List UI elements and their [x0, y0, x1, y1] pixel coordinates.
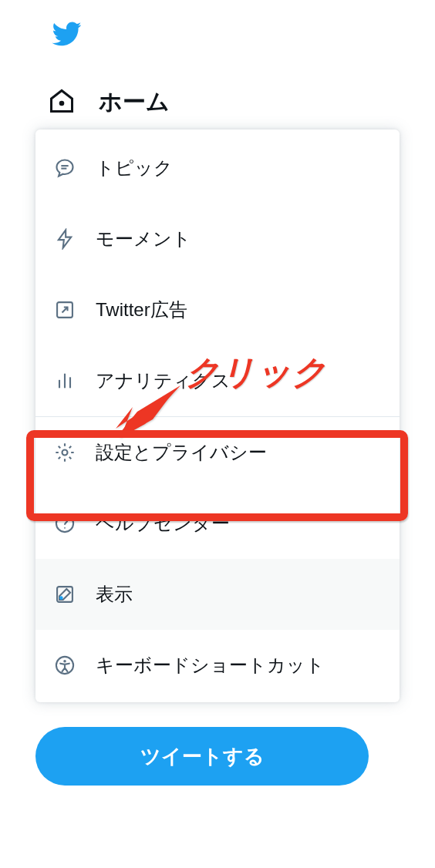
menu-item-display[interactable]: 表示	[35, 559, 400, 630]
help-icon	[54, 513, 76, 534]
nav-home-label: ホーム	[99, 86, 170, 118]
moments-icon	[54, 228, 76, 250]
twitter-logo[interactable]	[48, 19, 404, 52]
menu-item-label: キーボードショートカット	[96, 653, 325, 678]
menu-item-analytics[interactable]: アナリティクス	[35, 345, 400, 416]
svg-point-0	[59, 100, 65, 106]
menu-item-topics[interactable]: トピック	[35, 133, 400, 204]
accessibility-icon	[54, 654, 76, 676]
menu-item-twitter-ads[interactable]: Twitter広告	[35, 274, 400, 345]
menu-item-moments[interactable]: モーメント	[35, 204, 400, 274]
svg-point-14	[63, 660, 66, 663]
svg-marker-3	[59, 230, 71, 247]
svg-point-8	[62, 450, 68, 456]
svg-point-12	[59, 596, 63, 600]
svg-point-10	[64, 527, 66, 529]
topics-icon	[54, 157, 76, 179]
ads-icon	[54, 299, 76, 321]
twitter-bird-icon	[48, 19, 85, 49]
menu-item-label: ヘルプセンター	[96, 511, 230, 536]
menu-item-label: Twitter広告	[96, 298, 187, 322]
menu-item-label: モーメント	[96, 227, 191, 251]
menu-item-label: 設定とプライバシー	[96, 440, 267, 465]
home-icon	[48, 87, 76, 118]
menu-item-label: トピック	[96, 156, 173, 180]
menu-item-label: 表示	[96, 582, 133, 607]
analytics-icon	[54, 370, 76, 392]
nav-home[interactable]: ホーム	[35, 83, 404, 127]
menu-item-label: アナリティクス	[96, 368, 231, 393]
menu-item-keyboard-shortcuts[interactable]: キーボードショートカット	[35, 630, 400, 701]
tweet-button[interactable]: ツイートする	[35, 727, 369, 786]
display-icon	[54, 584, 76, 605]
menu-item-help-center[interactable]: ヘルプセンター	[35, 488, 400, 559]
gear-icon	[54, 442, 76, 463]
menu-item-settings-privacy[interactable]: 設定とプライバシー	[35, 417, 400, 488]
more-menu-panel: トピック モーメント Twitter広告 アナリティクス	[35, 130, 400, 702]
